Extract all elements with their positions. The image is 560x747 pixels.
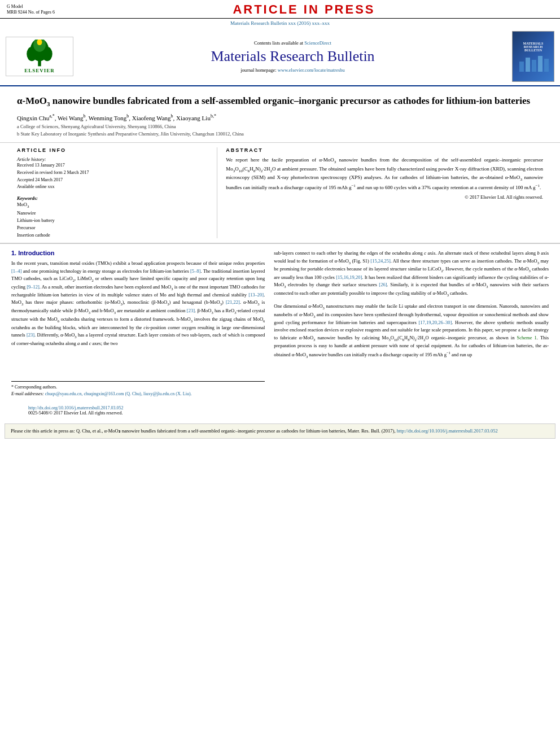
svg-rect-10 [544,59,549,72]
article-info-heading: ARTICLE INFO [17,147,208,153]
received-revised-date: Received in revised form 2 March 2017 [17,169,208,177]
received-date: Received 13 January 2017 [17,162,208,169]
citation-doi-link[interactable]: http://dx.doi.org/10.1016/j.materresbull… [397,428,498,434]
footnote-area: * Corresponding authors. E-mail addresse… [11,381,265,397]
history-label: Article history: [17,156,208,162]
journal-cover-image: MATERIALSRESEARCHBULLETIN [512,31,554,82]
left-column: 1. Introduction In the recent years, tra… [11,250,265,397]
elsevier-tree-icon [17,40,62,68]
model-info: G Model MRB 9244 No. of Pages 6 [7,4,55,16]
abstract-copyright: © 2017 Elsevier Ltd. All rights reserved… [226,194,543,200]
article-info-panel: ARTICLE INFO Article history: Received 1… [17,147,217,238]
info-section: ARTICLE INFO Article history: Received 1… [0,143,560,243]
right-column: sub-layers connect to each other by shar… [274,250,549,397]
keywords-label: Keywords: [17,195,208,201]
mrb-info: MRB 9244 No. of Pages 6 [7,10,55,15]
abstract-panel: ABSTRACT We report here the facile prepa… [217,147,543,238]
introduction-header: 1. Introduction [11,250,265,256]
article-history: Article history: Received 13 January 201… [17,156,208,191]
keywords-section: Keywords: MoO3 Nanowire Lithium-ion batt… [17,195,208,238]
affiliation-a: a College of Sciences, Shenyang Agricult… [17,123,543,130]
citation-text: Please cite this article in press as: Q.… [11,428,396,434]
doi-link[interactable]: http://dx.doi.org/10.1016/j.materresbull… [28,405,532,410]
journal-title-center: Contents lists available at ScienceDirec… [73,40,512,73]
email-addresses: E-mail addresses: chuqx@syau.edu.cn, chu… [11,391,265,397]
elsevier-logo: ELSEVIER [6,37,73,76]
svg-rect-6 [519,62,524,72]
keyword-5: Insertion cathode [17,231,208,239]
journal-header: ELSEVIER Contents lists available at Sci… [0,28,560,86]
abstract-text: We report here the facile preparation of… [226,156,543,192]
article-in-press-label: ARTICLE IN PRESS [233,2,375,17]
sciencedirect-link[interactable]: ScienceDirect [304,40,331,46]
journal-title: Materials Research Bulletin [73,48,512,65]
top-bar: G Model MRB 9244 No. of Pages 6 ARTICLE … [0,0,560,19]
corresponding-authors-label: * Corresponding authors. [11,384,265,391]
elsevier-label: ELSEVIER [24,68,55,73]
cover-text: MATERIALSRESEARCHBULLETIN [522,41,545,53]
doi-copyright: 0025-5408/© 2017 Elsevier Ltd. All right… [28,410,532,416]
keyword-1: MoO3 [17,201,208,209]
body-section: 1. Introduction In the recent years, tra… [0,244,560,403]
affiliation-b: b State Key Laboratory of Inorganic Synt… [17,130,543,138]
article-title: α-MoO3 nanowire bundles fabricated from … [17,94,543,109]
affiliations: a College of Sciences, Shenyang Agricult… [17,123,543,138]
abstract-heading: ABSTRACT [226,147,543,153]
g-model-label: G Model [7,4,55,10]
authors-list: Qingxin Chua,*, Wei Wangb, Wenming Tongb… [17,113,543,121]
journal-name-bar: Materials Research Bulletin xxx (2016) x… [0,19,560,28]
intro-paragraph-2: sub-layers connect to each other by shar… [274,250,549,298]
svg-rect-9 [538,56,542,72]
keyword-4: Precursor [17,224,208,231]
journal-name-link[interactable]: Materials Research Bulletin xxx (2016) x… [230,20,330,26]
page-wrapper: G Model MRB 9244 No. of Pages 6 ARTICLE … [0,0,560,439]
cover-chart-icon [517,53,550,73]
intro-paragraph-1: In the recent years, transition metal ox… [11,260,265,347]
journal-homepage-row: journal homepage: www.elsevier.com/locat… [73,67,512,73]
svg-rect-7 [526,58,530,72]
citation-bar: Please cite this article in press as: Q.… [5,423,555,439]
keyword-2: Nanowire [17,209,208,217]
accepted-date: Accepted 24 March 2017 [17,177,208,184]
doi-section: http://dx.doi.org/10.1016/j.materresbull… [11,403,549,418]
journal-homepage-link[interactable]: www.elsevier.com/locate/matresbu [278,67,345,73]
svg-rect-8 [532,60,536,72]
available-online: Available online xxx [17,184,208,191]
intro-paragraph-3: One dimensional α-MoO3 nanostructures ma… [274,303,549,359]
section-number: 1. Introduction [11,250,54,256]
email-links[interactable]: chuqx@syau.edu.cn, chuqingxin@163.com (Q… [45,391,192,396]
contents-available: Contents lists available at ScienceDirec… [73,40,512,46]
keyword-3: Lithium-ion battery [17,217,208,224]
article-title-section: α-MoO3 nanowire bundles fabricated from … [0,86,560,143]
